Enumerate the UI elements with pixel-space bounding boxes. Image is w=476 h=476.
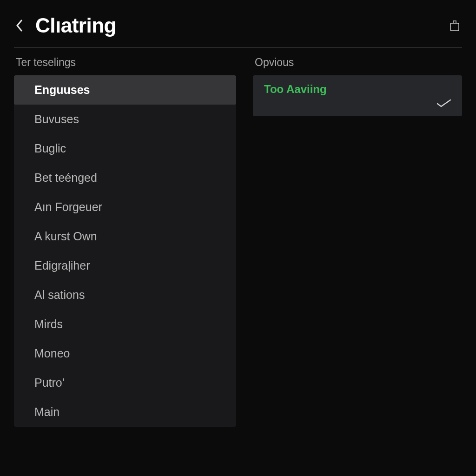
- left-section-label: Ter teselings: [14, 56, 236, 69]
- list-item-label: Edigraļiher: [34, 259, 90, 272]
- header: Clıatring: [14, 14, 462, 48]
- list-item-label: Aın Forgeuer: [34, 200, 102, 214]
- list-item[interactable]: Al sations: [14, 280, 236, 310]
- list-item[interactable]: Bet teénged: [14, 163, 236, 192]
- list-item[interactable]: Buvuses: [14, 105, 236, 134]
- list-item[interactable]: Main: [14, 397, 236, 427]
- right-card-title: Too Aaviing: [264, 83, 451, 96]
- right-section-label: Opvious: [253, 56, 462, 69]
- main-columns: Ter teselings EnguusesBuvusesBuglicBet t…: [14, 56, 462, 427]
- list-item[interactable]: Moneo: [14, 339, 236, 368]
- list-item[interactable]: Putro': [14, 368, 236, 397]
- share-icon: [449, 19, 461, 32]
- left-list-panel: EnguusesBuvusesBuglicBet teéngedAın Forg…: [14, 75, 236, 427]
- page-title: Clıatring: [35, 14, 116, 37]
- list-item-label: Enguuses: [34, 83, 90, 97]
- list-item[interactable]: Edigraļiher: [14, 251, 236, 280]
- list-item[interactable]: Enguuses: [14, 75, 236, 105]
- list-item[interactable]: Aın Forgeuer: [14, 192, 236, 222]
- list-item[interactable]: Mirds: [14, 310, 236, 339]
- checkmark-icon: [436, 99, 452, 110]
- left-column: Ter teselings EnguusesBuvusesBuglicBet t…: [14, 56, 236, 427]
- svg-rect-0: [450, 23, 459, 31]
- list-item-label: Bet teénged: [34, 171, 97, 185]
- list-item[interactable]: A kurst Own: [14, 222, 236, 251]
- right-column: Opvious Too Aaviing: [253, 56, 462, 427]
- list-item-label: Al sations: [34, 288, 85, 302]
- share-button[interactable]: [447, 18, 462, 33]
- header-left: Clıatring: [14, 14, 116, 37]
- list-item[interactable]: Buglic: [14, 134, 236, 163]
- right-card[interactable]: Too Aaviing: [253, 75, 462, 116]
- list-item-label: Main: [34, 405, 60, 419]
- list-item-label: Putro': [34, 376, 65, 390]
- list-item-label: Buvuses: [34, 112, 79, 126]
- back-button[interactable]: [14, 16, 25, 35]
- list-item-label: Moneo: [34, 347, 70, 360]
- list-item-label: Buglic: [34, 142, 66, 155]
- list-item-label: A kurst Own: [34, 230, 97, 243]
- list-item-label: Mirds: [34, 317, 63, 331]
- chevron-left-icon: [15, 19, 24, 33]
